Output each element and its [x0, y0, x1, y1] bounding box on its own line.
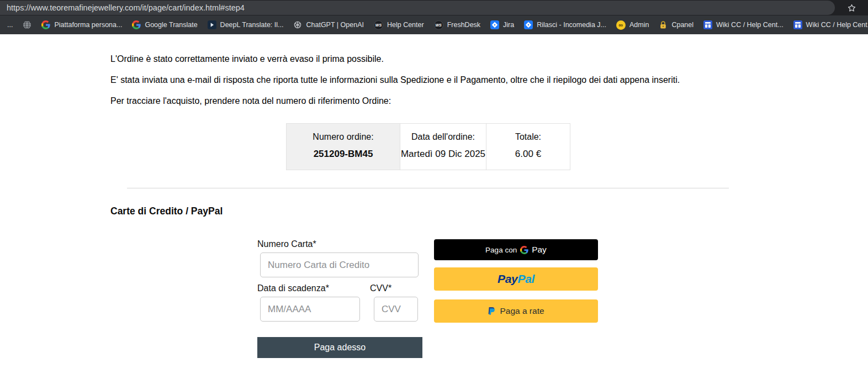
pay-now-label: Paga adesso	[314, 343, 366, 353]
bookmarks-bar: ... Piattaforma persona... Google Transl…	[0, 15, 868, 34]
section-divider	[127, 188, 729, 188]
paypal-button[interactable]: Pay Pal	[434, 267, 598, 291]
gpay-prefix-label: Paga con	[485, 246, 517, 254]
address-bar[interactable]: https://www.teoremafinejewellery.com/it/…	[0, 1, 835, 15]
bookmark-freshdesk[interactable]: WS FreshDesk	[429, 19, 485, 31]
gpay-suffix-label: Pay	[532, 245, 547, 255]
order-total-header: Totale:	[486, 132, 570, 142]
websupport-icon: WS	[374, 20, 383, 30]
order-confirmation-line-2: E' stata inviata una e-mail di risposta …	[110, 75, 680, 85]
google-icon	[41, 20, 50, 29]
paypal-installments-button[interactable]: Paga a rate	[434, 299, 598, 323]
bookmark-rilasci[interactable]: Rilasci - Incomedia J...	[519, 19, 611, 31]
browser-window: https://www.teoremafinejewellery.com/it/…	[0, 0, 868, 384]
jira-icon	[490, 20, 499, 29]
bookmark-label: Wiki CC / Help Cent...	[716, 21, 784, 29]
google-pay-g-icon	[520, 246, 528, 254]
expiry-input[interactable]	[260, 297, 360, 322]
browser-toolbar: https://www.teoremafinejewellery.com/it/…	[0, 0, 868, 15]
jira-icon	[524, 20, 533, 29]
pay-now-button[interactable]: Paga adesso	[257, 337, 422, 358]
order-number-value: 251209-BM45	[287, 149, 400, 160]
cvv-label: CVV*	[370, 283, 391, 293]
bookmark-globe-only[interactable]	[18, 19, 36, 31]
bookmark-label: Rilasci - Incomedia J...	[537, 21, 606, 29]
paypal-wordmark-pay: Pay	[497, 272, 517, 286]
bookmark-label: Google Translate	[145, 21, 197, 29]
wiki-grid-icon	[793, 20, 802, 29]
bookmark-label: Jira	[503, 21, 514, 29]
bookmark-label: ...	[7, 21, 13, 29]
google-pay-button[interactable]: Paga con Pay	[434, 239, 598, 260]
card-number-input[interactable]	[260, 253, 419, 277]
bookmark-label: Piattaforma persona...	[54, 21, 122, 29]
bookmark-label: Help Center	[387, 21, 424, 29]
bookmark-label: Admin	[629, 21, 649, 29]
order-total-value: 6.00 €	[486, 149, 570, 160]
paypal-p-icon	[488, 307, 495, 316]
paypal-wordmark-pal: Pal	[517, 272, 534, 286]
order-confirmation-line-3: Per tracciare l'acquisto, prendere nota …	[110, 96, 391, 106]
websupport-icon: WS	[434, 20, 443, 30]
bookmark-wiki-2[interactable]: Wiki CC / Help Cent...	[788, 19, 868, 31]
bookmark-label: DeepL Translate: Il...	[220, 21, 284, 29]
globe-icon	[23, 20, 31, 29]
bookmark-cpanel[interactable]: Cpanel	[654, 19, 698, 31]
bookmark-deepl[interactable]: DeepL Translate: Il...	[203, 19, 289, 31]
expiry-label: Data di scadenza*	[257, 283, 329, 293]
google-icon	[132, 20, 141, 29]
order-date-header: Data dell'ordine:	[400, 132, 486, 142]
bookmark-overflow[interactable]: ...	[2, 19, 18, 30]
installments-label: Paga a rate	[500, 306, 544, 316]
order-total-cell: Totale: 6.00 €	[486, 124, 570, 170]
bookmark-label: ChatGPT | OpenAI	[306, 21, 363, 29]
order-number-cell: Numero ordine: 251209-BM45	[287, 124, 400, 170]
order-date-cell: Data dell'ordine: Martedì 09 Dic 2025	[400, 124, 486, 170]
bookmark-help-center[interactable]: WS Help Center	[369, 19, 429, 31]
order-confirmation-line-1: L'Ordine è stato correttamente inviato e…	[110, 54, 384, 64]
order-date-value: Martedì 09 Dic 2025	[400, 149, 486, 160]
openai-icon	[293, 20, 302, 29]
cvv-input[interactable]	[374, 297, 418, 322]
bookmark-wiki-1[interactable]: Wiki CC / Help Cent...	[698, 19, 788, 31]
bookmark-admin[interactable]: ∞ Admin	[611, 19, 654, 31]
wiki-grid-icon	[703, 20, 712, 29]
bookmark-google-translate[interactable]: Google Translate	[127, 19, 202, 31]
bookmark-star-icon[interactable]	[846, 2, 857, 13]
bookmark-label: FreshDesk	[447, 21, 480, 29]
card-number-label: Numero Carta*	[257, 239, 316, 249]
bookmark-label: Wiki CC / Help Cent...	[806, 21, 868, 29]
padlock-icon	[659, 20, 668, 29]
order-summary-table: Numero ordine: 251209-BM45 Data dell'ord…	[286, 123, 570, 170]
payment-section-title: Carte di Credito / PayPal	[110, 206, 223, 217]
bookmark-piattaforma[interactable]: Piattaforma persona...	[36, 19, 127, 31]
deepl-icon	[208, 20, 216, 29]
url-text: https://www.teoremafinejewellery.com/it/…	[7, 3, 245, 12]
bookmark-label: Cpanel	[671, 21, 694, 29]
bookmark-chatgpt[interactable]: ChatGPT | OpenAI	[288, 19, 368, 31]
admin-icon: ∞	[616, 20, 626, 30]
bookmark-jira[interactable]: Jira	[485, 19, 519, 31]
order-number-header: Numero ordine:	[287, 132, 400, 142]
